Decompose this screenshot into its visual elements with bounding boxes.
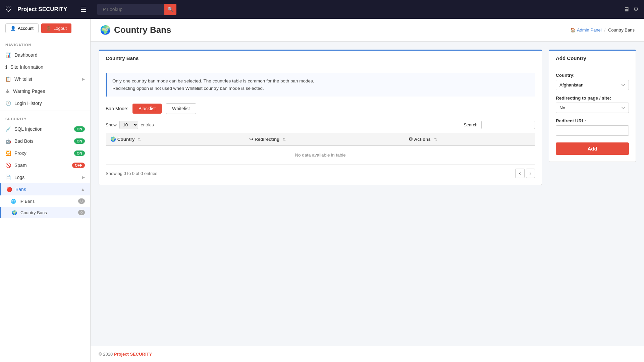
whitelist-icon: 📋 (5, 76, 11, 82)
ban-mode-row: Ban Mode: Blacklist Whitelist (106, 103, 535, 114)
logs-icon: 📄 (5, 175, 11, 180)
sidebar-item-bad-bots[interactable]: 🤖 Bad Bots ON (0, 135, 90, 147)
bad-bots-badge: ON (74, 138, 85, 144)
bans-icon: 🔴 (6, 187, 12, 192)
sidebar-item-warning-pages[interactable]: ⚠ Warning Pages (0, 85, 90, 97)
blacklist-button[interactable]: Blacklist (132, 104, 162, 114)
logs-arrow-icon: ▶ (82, 175, 85, 180)
search-wrapper: 🔍 (97, 4, 176, 15)
pagination-buttons: ‹ › (515, 169, 535, 178)
brand-name: Project SECURITY (17, 6, 67, 13)
account-button[interactable]: 👤 Account (5, 23, 39, 33)
table-controls: Show 10 25 50 100 entries Search: (106, 121, 535, 129)
gear-icon: ⚙ (633, 6, 639, 13)
sidebar-top-actions: 👤 Account 🚪 Logout (0, 19, 90, 38)
sidebar-item-dashboard[interactable]: 📊 Dashboard (0, 49, 90, 61)
redirecting-select[interactable]: No Yes (556, 103, 629, 113)
sidebar-item-site-information[interactable]: ℹ Site Information (0, 61, 90, 73)
whitelist-arrow-icon: ▶ (82, 77, 85, 81)
side-card: Add Country Country: Afghanistan Albania… (549, 50, 636, 162)
breadcrumb-home-link[interactable]: 🏠 Admin Panel (570, 27, 602, 33)
footer-brand: Project SECURITY (114, 352, 152, 357)
sidebar-item-sql-injection[interactable]: 💉 SQL Injection ON (0, 123, 90, 135)
spam-icon: 🚫 (5, 163, 11, 168)
ip-bans-icon: 🌐 (11, 199, 16, 204)
site-information-icon: ℹ (5, 64, 7, 70)
entries-label: entries (141, 122, 154, 127)
sidebar-item-spam[interactable]: 🚫 Spam OFF (0, 159, 90, 171)
sidebar-item-label: SQL Injection (14, 126, 43, 132)
footer: © 2020 Project SECURITY (91, 346, 644, 362)
col-actions[interactable]: ⚙ Actions ⇅ (404, 133, 535, 145)
sidebar-item-proxy[interactable]: 🔀 Proxy ON (0, 147, 90, 159)
whitelist-button[interactable]: Whitelist (166, 103, 196, 114)
search-button[interactable]: 🔍 (164, 4, 176, 15)
breadcrumb: 🏠 Admin Panel / Country Bans (570, 27, 635, 33)
sidebar-item-label: Bans (15, 187, 26, 192)
country-col-icon: 🌍 (110, 137, 116, 142)
col-redirecting[interactable]: ↪ Redirecting ⇅ (245, 133, 404, 145)
sidebar: 👤 Account 🚪 Logout NAVIGATION 📊 Dashboar… (0, 19, 91, 362)
data-table: 🌍 Country ⇅ ↪ Redirecting ⇅ (106, 133, 535, 165)
main-area: Country Bans Only one country ban mode c… (91, 42, 644, 346)
settings-button[interactable]: ⚙ (633, 6, 639, 13)
redirect-url-input[interactable] (556, 125, 629, 136)
redirecting-sort-icon: ⇅ (283, 137, 286, 141)
sidebar-item-label: Logs (14, 175, 24, 180)
hamburger-button[interactable]: ☰ (78, 4, 89, 15)
entries-select[interactable]: 10 25 50 100 (119, 121, 138, 129)
info-box: Only one country ban mode can be selecte… (106, 73, 535, 97)
page-header: 🌍 Country Bans 🏠 Admin Panel / Country B… (91, 19, 644, 42)
spam-badge: OFF (72, 163, 85, 168)
logout-button[interactable]: 🚪 Logout (41, 23, 71, 33)
sidebar-item-ip-bans[interactable]: 🌐 IP Bans 0 (0, 195, 90, 207)
footer-copyright: © 2020 (99, 352, 114, 357)
side-card-header: Add Country (549, 51, 636, 66)
monitor-button[interactable]: 🖥 (623, 6, 629, 13)
layout: 👤 Account 🚪 Logout NAVIGATION 📊 Dashboar… (0, 19, 644, 362)
info-text-line1: Only one country ban mode can be selecte… (112, 78, 314, 83)
next-page-button[interactable]: › (526, 169, 535, 178)
sidebar-item-login-history[interactable]: 🕐 Login History (0, 97, 90, 109)
country-form-label: Country: (556, 73, 629, 78)
country-bans-badge: 0 (78, 210, 85, 215)
home-icon: 🏠 (570, 27, 576, 33)
sidebar-item-country-bans[interactable]: 🌍 Country Bans 0 (0, 207, 90, 218)
actions-col-icon: ⚙ (409, 137, 413, 142)
redirecting-col-label: Redirecting (255, 137, 279, 142)
prev-page-button[interactable]: ‹ (515, 169, 524, 178)
login-history-icon: 🕐 (5, 101, 11, 106)
sidebar-item-whitelist[interactable]: 📋 Whitelist ▶ (0, 73, 90, 85)
actions-sort-icon: ⇅ (434, 137, 437, 141)
breadcrumb-current: Country Bans (608, 27, 635, 33)
sidebar-item-label: Warning Pages (13, 88, 45, 94)
warning-pages-icon: ⚠ (5, 88, 10, 94)
sidebar-item-label: Login History (14, 101, 42, 106)
sidebar-item-label: IP Bans (19, 199, 35, 204)
show-label: Show (106, 122, 117, 127)
country-form-group: Country: Afghanistan Albania Algeria And… (556, 73, 629, 90)
page-title-icon: 🌍 (100, 25, 111, 35)
bad-bots-icon: 🤖 (5, 138, 11, 144)
table-search-label: Search: (464, 121, 535, 129)
add-button[interactable]: Add (556, 142, 629, 155)
redirecting-col-icon: ↪ (249, 137, 253, 142)
sidebar-item-bans[interactable]: 🔴 Bans ▲ (0, 183, 90, 195)
info-text-line2: Redirecting option is not used when Whit… (112, 86, 264, 91)
breadcrumb-separator: / (604, 27, 606, 33)
ip-bans-badge: 0 (78, 198, 85, 204)
redirect-url-label: Redirect URL: (556, 118, 629, 123)
country-select[interactable]: Afghanistan Albania Algeria Andorra Ango… (556, 80, 629, 90)
sidebar-item-label: Bad Bots (14, 138, 34, 144)
account-icon: 👤 (10, 26, 16, 31)
redirect-url-form-group: Redirect URL: (556, 118, 629, 136)
search-input[interactable] (97, 7, 164, 12)
breadcrumb-home-text: Admin Panel (577, 27, 602, 33)
account-label: Account (18, 26, 34, 31)
col-country[interactable]: 🌍 Country ⇅ (106, 133, 245, 145)
sql-injection-badge: ON (74, 126, 85, 132)
table-search-input[interactable] (481, 121, 535, 129)
sidebar-item-logs[interactable]: 📄 Logs ▶ (0, 171, 90, 183)
sql-injection-icon: 💉 (5, 126, 11, 132)
proxy-badge: ON (74, 150, 85, 156)
